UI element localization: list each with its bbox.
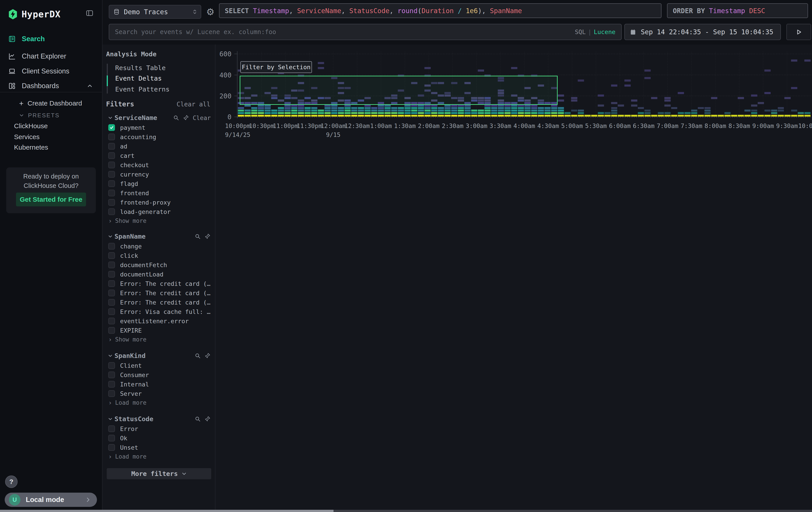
- clear-filter-button[interactable]: Clear: [193, 114, 211, 121]
- sidebar-item-client-sessions[interactable]: Client Sessions: [0, 65, 102, 78]
- analysis-mode-event-deltas[interactable]: Event Deltas: [115, 73, 162, 83]
- checkbox[interactable]: [108, 252, 115, 259]
- filter-option[interactable]: Error: The credit card (…: [108, 298, 215, 307]
- checkbox[interactable]: [108, 134, 115, 140]
- source-select[interactable]: Demo Traces: [109, 5, 201, 19]
- checkbox[interactable]: [108, 290, 115, 296]
- sidebar-item-search[interactable]: Search: [0, 32, 102, 46]
- filter-option[interactable]: Consumer: [108, 370, 215, 380]
- filter-option[interactable]: Server: [108, 389, 215, 398]
- more-filters-button[interactable]: More filters: [107, 468, 211, 479]
- filter-option[interactable]: checkout: [108, 160, 215, 170]
- checkbox[interactable]: [108, 308, 115, 315]
- filter-option[interactable]: frontend-proxy: [108, 198, 215, 207]
- chevron-down-icon[interactable]: [108, 115, 113, 120]
- filter-option[interactable]: Ok: [108, 433, 215, 443]
- checkbox[interactable]: [108, 372, 115, 378]
- filter-option[interactable]: payment: [108, 123, 215, 132]
- pin-icon[interactable]: [182, 114, 189, 121]
- sql-mode-button[interactable]: SQL: [575, 28, 586, 35]
- filter-option[interactable]: EXPIRE: [108, 326, 215, 335]
- filter-option[interactable]: change: [108, 242, 215, 251]
- analysis-mode-results-table[interactable]: Results Table: [115, 63, 166, 73]
- sidebar-item-kubernetes[interactable]: Kubernetes: [0, 141, 102, 153]
- checkbox[interactable]: [108, 381, 115, 387]
- analysis-mode-event-patterns[interactable]: Event Patterns: [115, 84, 169, 95]
- get-started-button[interactable]: Get Started for Free: [16, 193, 86, 206]
- checkbox[interactable]: [108, 199, 115, 206]
- show-more-button[interactable]: ›Load more: [108, 452, 215, 461]
- checkbox[interactable]: [108, 280, 115, 287]
- create-dashboard-button[interactable]: + Create Dashboard: [0, 98, 102, 109]
- show-more-button[interactable]: ›Show more: [108, 216, 215, 225]
- filter-option[interactable]: Unset: [108, 443, 215, 452]
- checkbox[interactable]: [108, 171, 115, 178]
- chevron-down-icon[interactable]: [108, 416, 113, 422]
- checkbox[interactable]: [108, 299, 115, 306]
- filter-option[interactable]: Error: The credit card (…: [108, 288, 215, 298]
- checkbox[interactable]: [108, 362, 115, 369]
- chevron-down-icon[interactable]: [108, 234, 113, 239]
- checkbox[interactable]: [108, 435, 115, 441]
- filter-option[interactable]: Internal: [108, 380, 215, 389]
- filter-option[interactable]: documentFetch: [108, 260, 215, 270]
- gear-icon[interactable]: ⚙: [204, 5, 217, 19]
- show-more-button[interactable]: ›Show more: [108, 335, 215, 344]
- checkbox[interactable]: [108, 143, 115, 150]
- sidebar-item-dashboards[interactable]: Dashboards: [0, 79, 102, 92]
- sidebar-item-clickhouse[interactable]: ClickHouse: [0, 120, 102, 132]
- filter-by-selection-button[interactable]: Filter by Selection: [240, 61, 312, 73]
- search-icon[interactable]: [194, 233, 201, 240]
- checkbox[interactable]: [108, 208, 115, 215]
- sidebar-item-chart-explorer[interactable]: Chart Explorer: [0, 50, 102, 63]
- filter-option[interactable]: currency: [108, 170, 215, 179]
- filter-option[interactable]: documentLoad: [108, 270, 215, 279]
- pin-icon[interactable]: [204, 415, 211, 422]
- search-icon[interactable]: [173, 114, 179, 121]
- filter-option[interactable]: frontend: [108, 188, 215, 198]
- checkbox[interactable]: [108, 271, 115, 277]
- sidebar-item-services[interactable]: Services: [0, 131, 102, 143]
- filter-option[interactable]: cart: [108, 151, 215, 160]
- account-menu[interactable]: U Local mode: [5, 493, 97, 507]
- pin-icon[interactable]: [204, 233, 211, 240]
- chevron-down-icon[interactable]: [108, 353, 113, 358]
- checkbox[interactable]: [108, 243, 115, 249]
- checkbox[interactable]: [108, 262, 115, 268]
- checkbox[interactable]: [108, 425, 115, 432]
- filter-option[interactable]: accounting: [108, 132, 215, 141]
- chevron-up-icon[interactable]: [87, 83, 93, 89]
- help-button[interactable]: ?: [5, 476, 18, 488]
- checkbox[interactable]: [108, 327, 115, 334]
- checkbox[interactable]: [108, 318, 115, 324]
- horizontal-scrollbar-thumb[interactable]: [0, 510, 334, 512]
- checkbox[interactable]: [108, 390, 115, 397]
- date-range-picker[interactable]: Sep 14 22:04:35 - Sep 15 10:04:35: [624, 24, 781, 40]
- filter-option[interactable]: Error: Visa cache full: …: [108, 307, 215, 316]
- filter-option[interactable]: load-generator: [108, 207, 215, 216]
- checkbox[interactable]: [108, 124, 115, 131]
- filter-option[interactable]: Error: [108, 424, 215, 433]
- show-more-button[interactable]: ›Load more: [108, 398, 215, 407]
- filter-option[interactable]: flagd: [108, 179, 215, 188]
- presets-toggle[interactable]: PRESETS: [0, 110, 102, 121]
- search-icon[interactable]: [194, 352, 201, 359]
- lucene-mode-button[interactable]: Lucene: [594, 28, 615, 35]
- clear-all-button[interactable]: Clear all: [177, 101, 210, 108]
- search-icon[interactable]: [194, 415, 201, 422]
- pin-icon[interactable]: [204, 352, 211, 359]
- sql-query-input[interactable]: SELECT Timestamp, ServiceName, StatusCod…: [219, 3, 662, 18]
- order-by-input[interactable]: ORDER BY Timestamp DESC: [667, 3, 808, 18]
- filter-option[interactable]: Error: The credit card (…: [108, 279, 215, 288]
- chart-selection-rectangle[interactable]: [240, 76, 558, 105]
- run-query-button[interactable]: [786, 24, 811, 40]
- checkbox[interactable]: [108, 444, 115, 451]
- checkbox[interactable]: [108, 190, 115, 196]
- filter-option[interactable]: Client: [108, 361, 215, 370]
- filter-option[interactable]: click: [108, 251, 215, 260]
- filter-option[interactable]: eventListener.error: [108, 316, 215, 326]
- checkbox[interactable]: [108, 180, 115, 187]
- search-input[interactable]: Search your events w/ Lucene ex. column:…: [109, 24, 622, 40]
- filter-option[interactable]: ad: [108, 141, 215, 151]
- checkbox[interactable]: [108, 152, 115, 159]
